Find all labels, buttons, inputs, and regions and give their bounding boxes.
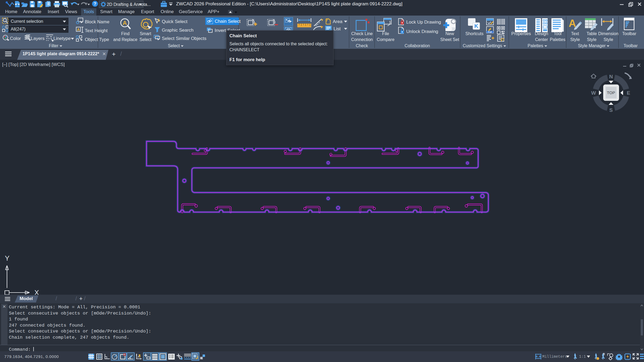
svg-text:N: N xyxy=(609,74,613,79)
svg-text:W: W xyxy=(591,90,596,96)
svg-text:E: E xyxy=(627,90,630,96)
svg-text:0.0: 0.0 xyxy=(536,355,541,358)
svg-text:TOP: TOP xyxy=(607,90,615,95)
svg-text:Y: Y xyxy=(5,254,9,262)
svg-text:S: S xyxy=(609,107,613,113)
